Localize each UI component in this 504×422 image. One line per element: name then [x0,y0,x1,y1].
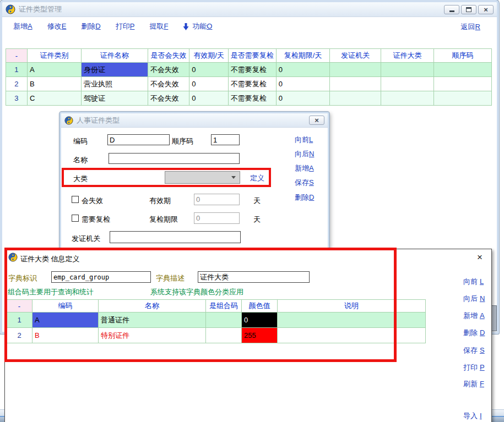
toolbar-return-button[interactable]: 返回R [461,22,480,32]
col-header-recheck-days: 复检期限/天 [276,49,330,63]
cell-need-recheck[interactable]: 不需要复检 [228,77,276,91]
col-header-seq: 顺序码 [434,49,492,63]
dialog-prev-link[interactable]: 向前L [295,135,313,145]
cell-group[interactable] [381,63,433,77]
sequence-input[interactable] [211,134,240,145]
cell-valid-days[interactable]: 0 [189,91,228,106]
dialog-close-button[interactable]: × [309,116,324,125]
cell-recheck-days[interactable]: 0 [276,63,330,77]
cell-expires[interactable]: 不会失效 [148,77,189,91]
cell-need-recheck[interactable]: 不需要复检 [228,63,276,77]
row-number-cell[interactable]: 2 [7,328,32,343]
name-label: 名称 [73,155,88,165]
issuer-input[interactable] [110,231,241,243]
dict-id-label: 字典标识 [8,273,37,283]
cell-description[interactable] [278,313,426,328]
cell-cert-class[interactable]: C [27,91,81,106]
table-header-row: - 证件类别 证件名称 是否会失效 有效期/天 是否需要复检 复检期限/天 发证… [6,49,492,63]
table-row: 1 A 身份证 不会失效 0 不需要复检 0 [6,63,492,77]
cell-recheck-days[interactable]: 0 [276,77,330,91]
row-number-cell[interactable]: 3 [6,91,28,106]
cell-combined[interactable] [206,313,242,328]
dialog-delete-link[interactable]: 删除D [295,193,314,202]
hint-combined-code: 组合码主要用于查询和统计 [8,287,94,297]
cell-name[interactable]: 普通证件 [99,313,206,328]
group-table: - 编码 名称 是组合码 颜色值 说明 1 A 普通证件 0 2 [6,299,426,343]
name-input[interactable] [109,153,240,164]
group-next-link[interactable]: 向后N [463,294,485,304]
close-icon: × [484,6,488,13]
define-link[interactable]: 定义 [250,173,264,183]
col-header-combined: 是组合码 [206,300,242,313]
dialog-save-link[interactable]: 保存S [295,178,314,188]
cell-code-selected[interactable]: A [32,313,99,328]
cell-group[interactable] [381,91,433,106]
cell-expires[interactable]: 不会失效 [148,91,189,106]
app-logo-icon [6,4,15,14]
cell-expires[interactable]: 不会失效 [148,63,189,77]
maximize-button[interactable] [461,5,476,14]
col-header-issuer: 发证机关 [330,49,381,63]
table-row: 2 B 特别证件 255 [7,328,426,343]
cell-seq[interactable] [434,63,492,77]
toolbar-function-menu[interactable]: 功能O [183,21,212,31]
group-import-link[interactable]: 导入I [463,411,482,421]
group-new-link[interactable]: 新增A [463,311,485,321]
cell-recheck-days[interactable]: 0 [276,91,330,106]
code-input[interactable] [107,134,170,145]
row-number-cell[interactable]: 1 [7,313,32,328]
cert-type-dialog-title: 人事证件类型 [77,116,120,125]
cell-cert-class[interactable]: B [27,77,81,91]
toolbar-new-button[interactable]: 新增A [13,21,32,31]
cell-combined[interactable] [206,328,242,343]
dict-id-input[interactable] [51,271,151,283]
toolbar-print-button[interactable]: 打印P [116,21,135,31]
cell-cert-class[interactable]: A [27,63,81,77]
cell-description[interactable] [278,328,426,343]
group-dropdown[interactable] [165,171,240,184]
cell-cert-name[interactable]: 驾驶证 [81,91,148,106]
cell-color-swatch[interactable]: 0 [242,313,278,328]
valid-period-input[interactable] [194,194,240,205]
toolbar-edit-button[interactable]: 修改E [47,21,67,31]
cell-cert-name-selected[interactable]: 身份证 [81,63,148,77]
group-refresh-link[interactable]: 刷新F [463,379,484,389]
function-down-arrow-icon [183,23,189,30]
screenshot-root: 证件类型管理 × 新增A 修改E 删除D 打印P 提取F 功能O 返回R [0,0,504,422]
minimize-button[interactable] [444,5,459,14]
row-number-cell[interactable]: 2 [6,77,28,91]
close-button[interactable]: × [478,5,494,14]
group-prev-link[interactable]: 向前L [463,277,484,287]
cell-name[interactable]: 特别证件 [99,328,206,343]
group-save-link[interactable]: 保存S [463,346,485,355]
table-row: 2 B 营业执照 不会失效 0 不需要复检 0 [6,77,492,91]
recheck-period-input[interactable] [194,212,240,224]
cell-valid-days[interactable]: 0 [189,63,228,77]
cell-code[interactable]: B [32,328,99,343]
table-header-row: - 编码 名称 是组合码 颜色值 说明 [7,300,426,313]
cell-need-recheck[interactable]: 不需要复检 [228,91,276,106]
recheck-period-label: 复检期限 [149,215,178,224]
dict-desc-input[interactable] [198,271,310,283]
recheck-checkbox[interactable] [72,215,79,222]
toolbar-extract-button[interactable]: 提取F [149,21,168,31]
cell-seq[interactable] [434,77,492,91]
close-icon[interactable]: × [477,253,483,262]
cell-cert-name[interactable]: 营业执照 [81,77,148,91]
cell-issuer[interactable] [330,63,381,77]
expire-checkbox[interactable] [72,196,79,203]
cell-seq[interactable] [434,91,492,106]
row-number-cell[interactable]: 1 [6,63,28,77]
table-row: 1 A 普通证件 0 [7,313,426,328]
group-definition-dialog: 证件大类 信息定义 × 字典标识 字典描述 组合码主要用于查询和统计 系统支持该… [4,249,492,422]
cell-color-swatch[interactable]: 255 [242,328,278,343]
dialog-next-link[interactable]: 向后N [295,149,314,159]
toolbar-delete-button[interactable]: 删除D [81,21,100,31]
group-delete-link[interactable]: 删除D [463,328,485,338]
group-print-link[interactable]: 打印P [463,363,485,372]
dialog-new-link[interactable]: 新增A [295,163,314,173]
cell-valid-days[interactable]: 0 [189,77,228,91]
cell-issuer[interactable] [330,77,381,91]
cell-group[interactable] [381,77,433,91]
cell-issuer[interactable] [330,91,381,106]
